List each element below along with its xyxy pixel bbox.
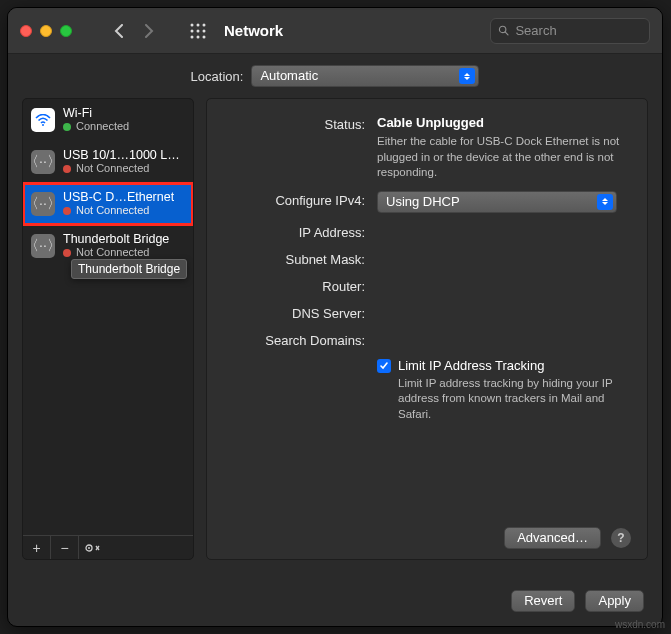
interfaces-list: Wi-Fi Connected 〈··〉 USB 10/1…1000 LAN N… bbox=[23, 99, 193, 535]
sidebar-toolbar: + − bbox=[23, 535, 193, 559]
help-button[interactable]: ? bbox=[611, 528, 631, 548]
chevron-updown-icon bbox=[459, 68, 475, 84]
settings-window: Network Location: Automatic Wi-Fi bbox=[7, 7, 663, 627]
traffic-lights bbox=[20, 25, 72, 37]
svg-point-11 bbox=[42, 124, 44, 126]
search-field[interactable] bbox=[490, 18, 650, 44]
wifi-icon bbox=[31, 108, 55, 132]
minimize-icon[interactable] bbox=[40, 25, 52, 37]
location-value: Automatic bbox=[260, 66, 318, 86]
sidebar-item-label: Wi-Fi bbox=[63, 106, 129, 120]
search-icon bbox=[498, 24, 509, 37]
sidebar-item-label: USB 10/1…1000 LAN bbox=[63, 148, 183, 162]
advanced-button[interactable]: Advanced… bbox=[504, 527, 601, 549]
svg-line-10 bbox=[505, 32, 508, 35]
limit-ip-tracking-label: Limit IP Address Tracking bbox=[398, 358, 631, 373]
status-dot-icon bbox=[63, 123, 71, 131]
svg-point-1 bbox=[197, 23, 200, 26]
revert-button[interactable]: Revert bbox=[511, 590, 575, 612]
sidebar-item-usb-lan[interactable]: 〈··〉 USB 10/1…1000 LAN Not Connected bbox=[23, 141, 193, 183]
sidebar-item-label: USB-C D…Ethernet bbox=[63, 190, 174, 204]
ip-address-label: IP Address: bbox=[223, 223, 365, 240]
chevron-updown-icon bbox=[597, 194, 613, 210]
location-select[interactable]: Automatic bbox=[251, 65, 479, 87]
status-hint: Either the cable for USB-C Dock Ethernet… bbox=[377, 134, 631, 181]
remove-interface-button[interactable]: − bbox=[51, 536, 79, 559]
close-icon[interactable] bbox=[20, 25, 32, 37]
interfaces-sidebar: Wi-Fi Connected 〈··〉 USB 10/1…1000 LAN N… bbox=[22, 98, 194, 560]
add-interface-button[interactable]: + bbox=[23, 536, 51, 559]
forward-button[interactable] bbox=[134, 20, 164, 42]
svg-point-3 bbox=[191, 29, 194, 32]
ethernet-icon: 〈··〉 bbox=[31, 150, 55, 174]
svg-point-4 bbox=[197, 29, 200, 32]
show-all-icon[interactable] bbox=[190, 23, 206, 39]
check-icon bbox=[379, 361, 389, 371]
search-input[interactable] bbox=[515, 23, 642, 38]
svg-point-7 bbox=[197, 35, 200, 38]
more-options-button[interactable] bbox=[79, 536, 107, 559]
location-label: Location: bbox=[191, 69, 244, 84]
nav-arrows bbox=[104, 20, 164, 42]
configure-ipv4-select[interactable]: Using DHCP bbox=[377, 191, 617, 213]
svg-point-13 bbox=[88, 547, 90, 549]
sidebar-item-thunderbolt[interactable]: 〈··〉 Thunderbolt Bridge Not Connected Th… bbox=[23, 225, 193, 267]
apply-button[interactable]: Apply bbox=[585, 590, 644, 612]
configure-ipv4-label: Configure IPv4: bbox=[223, 191, 365, 213]
svg-point-0 bbox=[191, 23, 194, 26]
ethernet-icon: 〈··〉 bbox=[31, 192, 55, 216]
limit-ip-tracking-hint: Limit IP address tracking by hiding your… bbox=[398, 376, 631, 423]
tooltip: Thunderbolt Bridge bbox=[71, 259, 187, 279]
sidebar-item-label: Thunderbolt Bridge bbox=[63, 232, 169, 246]
watermark: wsxdn.com bbox=[615, 619, 665, 630]
back-button[interactable] bbox=[104, 20, 134, 42]
location-row: Location: Automatic bbox=[8, 54, 662, 98]
status-value: Cable Unplugged bbox=[377, 115, 631, 130]
svg-point-6 bbox=[191, 35, 194, 38]
titlebar: Network bbox=[8, 8, 662, 54]
svg-point-8 bbox=[203, 35, 206, 38]
search-domains-label: Search Domains: bbox=[223, 331, 365, 348]
router-label: Router: bbox=[223, 277, 365, 294]
subnet-mask-label: Subnet Mask: bbox=[223, 250, 365, 267]
gear-dropdown-icon bbox=[84, 543, 102, 553]
window-title: Network bbox=[224, 22, 283, 39]
zoom-icon[interactable] bbox=[60, 25, 72, 37]
status-dot-icon bbox=[63, 207, 71, 215]
status-dot-icon bbox=[63, 249, 71, 257]
sidebar-item-usbc-ethernet[interactable]: 〈··〉 USB-C D…Ethernet Not Connected bbox=[23, 183, 193, 225]
status-dot-icon bbox=[63, 165, 71, 173]
status-label: Status: bbox=[223, 115, 365, 181]
ethernet-icon: 〈··〉 bbox=[31, 234, 55, 258]
footer-buttons: Revert Apply bbox=[511, 590, 644, 612]
limit-ip-tracking-checkbox[interactable] bbox=[377, 359, 391, 373]
svg-point-5 bbox=[203, 29, 206, 32]
configure-ipv4-value: Using DHCP bbox=[386, 192, 460, 212]
detail-pane: Status: Cable Unplugged Either the cable… bbox=[206, 98, 648, 560]
sidebar-item-wifi[interactable]: Wi-Fi Connected bbox=[23, 99, 193, 141]
main-area: Wi-Fi Connected 〈··〉 USB 10/1…1000 LAN N… bbox=[8, 98, 662, 574]
svg-point-2 bbox=[203, 23, 206, 26]
dns-server-label: DNS Server: bbox=[223, 304, 365, 321]
